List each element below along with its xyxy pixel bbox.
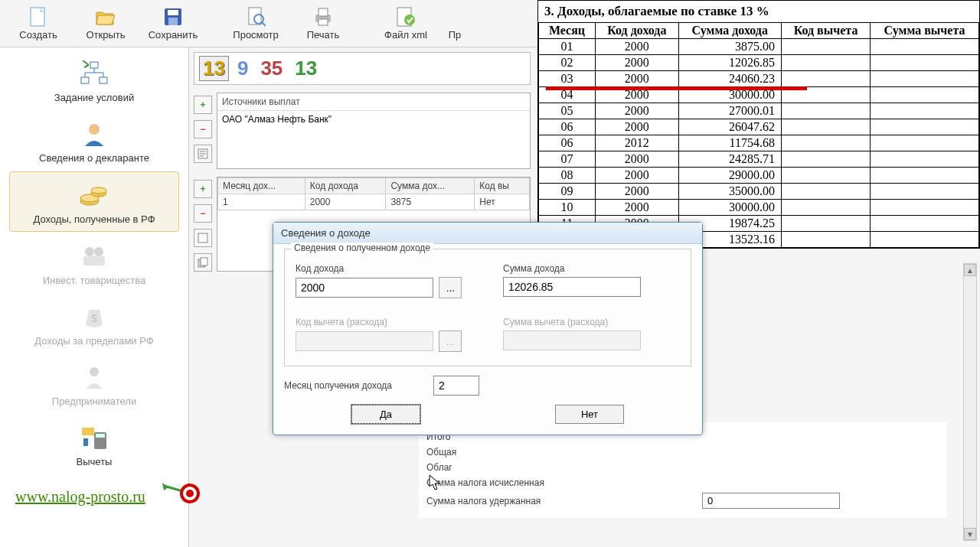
rate-tab-13b[interactable]: 13 [291, 56, 321, 81]
summary-withheld-label: Сумма налога удержанная [426, 496, 702, 506]
svg-text:$: $ [91, 312, 97, 324]
doc-row: 05200027000.01 [539, 103, 979, 119]
sidebar-item-entrepreneurs: Предприниматели [9, 354, 179, 413]
sum-input[interactable] [503, 277, 641, 297]
income-row[interactable]: 1 2000 3875 Нет [218, 194, 530, 210]
svg-point-21 [94, 247, 103, 256]
doc-row: 07200024285.71 [539, 151, 979, 168]
remove-income-button[interactable]: − [194, 204, 212, 223]
xml-button[interactable]: Файл xml [372, 3, 439, 44]
sum-label: Сумма дохода [503, 263, 680, 274]
magnifier-page-icon [245, 6, 266, 28]
edit-source-button[interactable] [194, 145, 212, 163]
dcode-input [296, 331, 433, 351]
doc-row: 09200035000.00 [539, 184, 979, 200]
preview-button[interactable]: Просмотр [222, 3, 289, 44]
no-button[interactable]: Нет [555, 405, 624, 424]
summary-taxable-label: Облаг [426, 462, 702, 473]
sources-header: Источники выплат [217, 93, 530, 111]
svg-rect-30 [198, 233, 207, 243]
scroll-down-button[interactable]: ▼ [964, 528, 976, 540]
doc-row: 06200026047.62 [539, 119, 979, 135]
svg-point-19 [91, 187, 106, 194]
svg-rect-28 [83, 438, 88, 446]
vertical-scrollbar[interactable]: ▲ ▼ [963, 263, 977, 541]
svg-rect-9 [318, 19, 328, 25]
yes-button[interactable]: Да [351, 405, 420, 424]
svg-rect-12 [90, 62, 98, 68]
scroll-up-button[interactable]: ▲ [964, 264, 976, 276]
dsum-input [503, 330, 641, 350]
sources-list[interactable]: Источники выплат ОАО "Алмаз Нефть Банк" [217, 93, 531, 169]
sidebar-item-invest: Инвест. товарищества [9, 233, 179, 292]
month-input[interactable] [433, 376, 479, 396]
coins-icon [79, 180, 109, 210]
rate-tab-9[interactable]: 9 [234, 56, 252, 81]
doc-row: 0120003875.00 [539, 39, 979, 55]
doc-row: 03200024060.23 [539, 71, 979, 87]
copy-income-button[interactable] [194, 253, 212, 272]
svg-point-35 [186, 490, 194, 497]
remove-source-button[interactable]: − [194, 120, 212, 138]
income-toolbar: + − [194, 177, 217, 272]
code-input[interactable] [296, 278, 433, 298]
svg-point-15 [89, 124, 100, 135]
code-picker-button[interactable]: ... [439, 277, 462, 298]
summary-total-label: Общая [426, 447, 702, 457]
check-button[interactable]: Пр [439, 3, 470, 44]
dcode-picker-button: ... [439, 330, 462, 352]
summary-panel: Итого Общая Облаг Сумма налога исчисленн… [419, 422, 947, 518]
code-label: Код дохода [296, 263, 472, 274]
doc-row: 06201211754.68 [539, 135, 979, 151]
income-details-dialog: Сведения о доходе Сведения о полученном … [273, 222, 703, 435]
svg-rect-3 [168, 18, 178, 25]
svg-rect-22 [83, 256, 105, 265]
svg-point-11 [404, 15, 415, 25]
rate-tab-35[interactable]: 35 [256, 56, 286, 81]
edit-income-button[interactable] [194, 229, 212, 247]
sidebar-item-income-rf[interactable]: Доходы, полученные в РФ [9, 171, 179, 232]
svg-rect-8 [318, 8, 328, 16]
doc-title: 3. Доходы, облагаемые по ставке 13 % [538, 1, 979, 22]
add-income-button[interactable]: + [194, 180, 212, 198]
new-file-icon [28, 6, 49, 28]
dcode-label: Код вычета (расхода) [296, 317, 472, 327]
xml-file-icon [395, 6, 416, 28]
dialog-title: Сведения о доходе [273, 223, 702, 244]
folder-open-icon [95, 6, 116, 28]
highlight-line [546, 86, 807, 90]
svg-rect-27 [82, 428, 94, 435]
income-table: Месяц дох... Код дохода Сумма дох... Код… [217, 177, 530, 210]
svg-point-20 [85, 247, 94, 256]
sources-toolbar: + − [194, 93, 217, 169]
svg-rect-32 [201, 258, 207, 265]
source-row[interactable]: ОАО "Алмаз Нефть Банк" [217, 111, 530, 128]
money-bag-icon: $ [79, 301, 109, 332]
floppy-disk-icon [162, 6, 184, 28]
create-button[interactable]: Создать [5, 3, 72, 44]
open-button[interactable]: Открыть [72, 3, 139, 44]
print-button[interactable]: Печать [289, 3, 357, 44]
sidebar-item-deductions[interactable]: Вычеты [9, 415, 179, 474]
doc-table: Месяц Код дохода Сумма дохода Код вычета… [538, 22, 979, 248]
svg-point-24 [90, 367, 99, 376]
svg-rect-13 [81, 77, 89, 83]
save-button[interactable]: Сохранить [139, 3, 207, 44]
sidebar-item-conditions[interactable]: Задание условий [9, 50, 179, 109]
income-fieldset: Сведения о полученном доходе Код дохода … [284, 249, 691, 366]
summary-calc-label: Сумма налога исчисленная [426, 477, 702, 488]
watermark-link: www.nalog-prosto.ru [15, 488, 145, 506]
handshake-icon [79, 241, 109, 272]
sidebar-item-declarant[interactable]: Сведения о декларанте [9, 111, 179, 170]
person-icon [79, 119, 109, 149]
calculator-icon [79, 422, 109, 453]
summary-withheld-input[interactable] [702, 493, 840, 509]
sidebar-item-income-abroad: $ Доходы за пределами РФ [9, 294, 179, 353]
target-icon [162, 470, 201, 509]
reference-document: 3. Доходы, облагаемые по ставке 13 % Мес… [537, 0, 980, 249]
tax-rate-tabs: 13 9 35 13 [194, 52, 531, 85]
dsum-label: Сумма вычета (расхода) [503, 317, 680, 327]
svg-rect-26 [96, 434, 105, 438]
rate-tab-13[interactable]: 13 [199, 56, 229, 81]
add-source-button[interactable]: + [194, 96, 212, 114]
